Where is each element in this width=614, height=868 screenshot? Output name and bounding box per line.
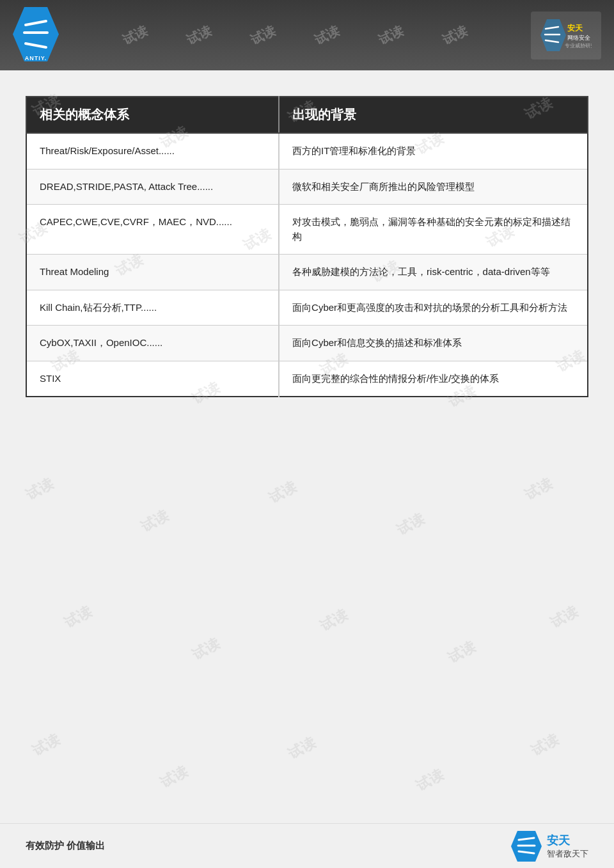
table-cell-right: 西方的IT管理和标准化的背景 [279, 133, 588, 169]
table-cell-left: Threat/Risk/Exposure/Asset...... [26, 133, 279, 169]
footer-logo-texts: 安天 智者敌天下 [547, 833, 588, 860]
table-cell-right: 面向Cyber和信息交换的描述和标准体系 [279, 326, 588, 361]
header-watermarks: 试读 试读 试读 试读 试读 试读 [59, 27, 531, 44]
footer: 有效防护 价值输出 安天 智者敌天下 [0, 823, 614, 868]
table-header-row: 相关的概念体系 出现的背景 [26, 97, 588, 133]
table-row: DREAD,STRIDE,PASTA, Attack Tree......微软和… [26, 169, 588, 205]
watermark-text-21: 试读 [189, 634, 223, 665]
table-row: Threat/Risk/Exposure/Asset......西方的IT管理和… [26, 133, 588, 169]
watermark-text-18: 试读 [393, 509, 427, 540]
watermark-text-26: 试读 [157, 762, 191, 793]
svg-text:安天: 安天 [567, 24, 583, 33]
table-cell-left: CybOX,TAXII，OpenIOC...... [26, 326, 279, 361]
content-table: 相关的概念体系 出现的背景 Threat/Risk/Exposure/Asset… [26, 96, 588, 397]
header-right-logo: 安天 网络安全 专业威胁研究 [531, 12, 601, 59]
main-content: 相关的概念体系 出现的背景 Threat/Risk/Exposure/Asset… [0, 70, 614, 416]
header-wm-4: 试读 [311, 22, 342, 48]
footer-left-text: 有效防护 价值输出 [26, 840, 105, 852]
table-body: Threat/Risk/Exposure/Asset......西方的IT管理和… [26, 133, 588, 397]
watermark-text-22: 试读 [317, 605, 350, 636]
table-row: CybOX,TAXII，OpenIOC......面向Cyber和信息交换的描述… [26, 326, 588, 361]
table-cell-left: Kill Chain,钻石分析,TTP...... [26, 290, 279, 326]
watermark-text-15: 试读 [22, 474, 56, 505]
footer-logo-icon [511, 831, 542, 862]
table-cell-left: STIX [26, 361, 279, 397]
right-logo-icon: 安天 网络安全 专业威胁研究 [540, 19, 592, 51]
table-cell-right: 各种威胁建模的方法论，工具，risk-centric，data-driven等等 [279, 255, 588, 290]
table-cell-right: 面向更完整的综合性的情报分析/作业/交换的体系 [279, 361, 588, 397]
col-header-right: 出现的背景 [279, 97, 588, 133]
watermark-text-25: 试读 [29, 730, 63, 761]
watermark-text-27: 试读 [285, 733, 319, 764]
table-cell-left: DREAD,STRIDE,PASTA, Attack Tree...... [26, 169, 279, 205]
header: ANTIY. 试读 试读 试读 试读 试读 试读 安天 网络安全 专业威胁研究 [0, 0, 614, 70]
watermark-text-16: 试读 [138, 506, 171, 537]
watermark-text-20: 试读 [61, 602, 95, 633]
footer-logo-main: 安天 [547, 833, 588, 848]
table-row: CAPEC,CWE,CVE,CVRF，MAEC，NVD......对攻击模式，脆… [26, 205, 588, 255]
watermark-text-17: 试读 [265, 477, 299, 508]
antiy-label: ANTIY. [25, 55, 47, 61]
header-wm-1: 试读 [120, 22, 150, 48]
svg-marker-0 [13, 7, 59, 61]
logo-area: ANTIY. [13, 7, 59, 64]
logo-hexagon: ANTIY. [13, 7, 59, 64]
footer-logo-sub: 智者敌天下 [547, 848, 588, 860]
antiy-logo-icon [13, 7, 59, 61]
col-header-left: 相关的概念体系 [26, 97, 279, 133]
svg-text:专业威胁研究: 专业威胁研究 [565, 43, 592, 49]
table-row: Threat Modeling各种威胁建模的方法论，工具，risk-centri… [26, 255, 588, 290]
header-wm-5: 试读 [375, 22, 406, 48]
table-cell-left: Threat Modeling [26, 255, 279, 290]
watermark-text-23: 试读 [445, 637, 478, 668]
table-cell-right: 面向Cyber和更高强度的攻击和对抗的场景的分析工具和分析方法 [279, 290, 588, 326]
watermark-text-24: 试读 [547, 602, 581, 633]
table-cell-right: 对攻击模式，脆弱点，漏洞等各种基础的安全元素的标定和描述结构 [279, 205, 588, 255]
header-wm-6: 试读 [439, 22, 470, 48]
footer-logo: 安天 智者敌天下 [511, 831, 588, 862]
header-wm-2: 试读 [184, 22, 214, 48]
table-row: STIX面向更完整的综合性的情报分析/作业/交换的体系 [26, 361, 588, 397]
table-cell-left: CAPEC,CWE,CVE,CVRF，MAEC，NVD...... [26, 205, 279, 255]
svg-text:网络安全: 网络安全 [567, 35, 590, 41]
table-cell-right: 微软和相关安全厂商所推出的风险管理模型 [279, 169, 588, 205]
header-wm-3: 试读 [248, 22, 278, 48]
watermark-text-29: 试读 [528, 730, 562, 761]
table-row: Kill Chain,钻石分析,TTP......面向Cyber和更高强度的攻击… [26, 290, 588, 326]
watermark-text-28: 试读 [413, 765, 446, 796]
watermark-text-19: 试读 [521, 474, 555, 505]
